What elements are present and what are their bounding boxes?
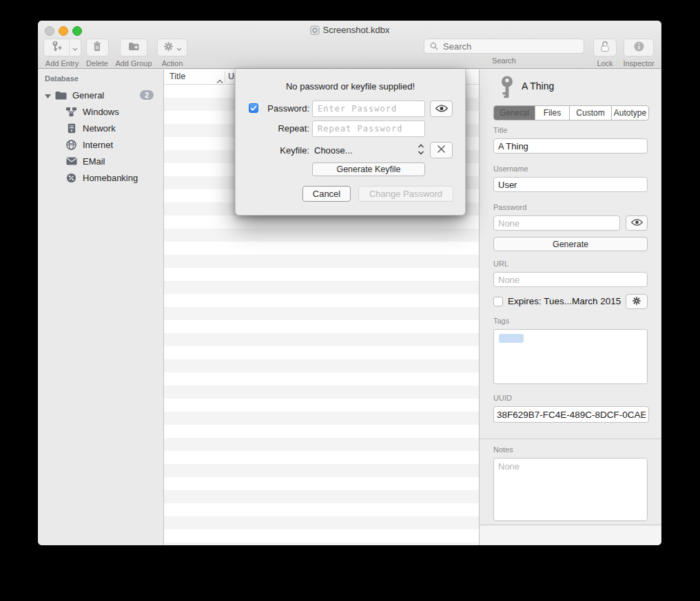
column-header-title[interactable]: Title (169, 72, 185, 81)
sidebar-item-network[interactable]: Network (38, 120, 163, 136)
tab-autotype[interactable]: Autotype (612, 106, 648, 120)
tags-field-label: Tags (493, 317, 509, 325)
sidebar-item-email[interactable]: EMail (38, 153, 163, 169)
enter-password-input[interactable] (312, 101, 425, 117)
url-input[interactable] (493, 272, 648, 287)
repeat-password-input[interactable] (312, 120, 425, 137)
group-sidebar: Database General 2 Windows Network (38, 70, 164, 545)
sidebar-item-label: Homebanking (83, 173, 138, 183)
disclosure-triangle-icon[interactable] (45, 90, 51, 101)
add-group-button[interactable] (120, 39, 147, 56)
dialog-message: No password or keyfile supplied! (236, 81, 465, 92)
clear-keyfile-button[interactable] (430, 142, 453, 158)
chevron-down-icon (176, 41, 182, 54)
gear-icon (632, 296, 641, 308)
username-input[interactable] (493, 177, 648, 192)
username-field-label: Username (493, 165, 528, 173)
dialog-reveal-password-button[interactable] (430, 101, 453, 117)
globe-icon (65, 139, 77, 151)
sidebar-section-header: Database (45, 74, 79, 83)
app-window: Screenshot.kdbx Add Entry (38, 21, 661, 545)
window-title: Screenshot.kdbx (38, 25, 661, 37)
window-title-text: Screenshot.kdbx (323, 25, 390, 35)
delete-label: Delete (86, 59, 108, 67)
tab-files[interactable]: Files (535, 106, 570, 120)
title-field-label: Title (493, 126, 507, 134)
sidebar-item-general[interactable]: General 2 (38, 87, 163, 103)
lock-open-icon (599, 41, 610, 55)
percent-circle-icon (65, 172, 77, 184)
titlebar-toolbar: Screenshot.kdbx Add Entry (38, 21, 661, 69)
change-password-button[interactable]: Change Password (358, 186, 453, 202)
tab-custom[interactable]: Custom (570, 106, 612, 120)
inspector-entry-title: A Thing (522, 81, 554, 92)
uuid-input[interactable] (493, 406, 649, 423)
trash-icon (92, 41, 102, 54)
lock-label: Lock (597, 59, 612, 67)
notes-textarea[interactable] (493, 458, 648, 521)
inspector-button[interactable] (624, 39, 654, 56)
action-button[interactable] (157, 39, 187, 56)
sidebar-item-homebanking[interactable]: Homebanking (38, 169, 163, 186)
sidebar-item-windows[interactable]: Windows (38, 103, 163, 120)
sidebar-item-label: EMail (83, 156, 105, 167)
search-input[interactable] (442, 41, 578, 52)
column-divider[interactable] (225, 72, 225, 83)
dialog-repeat-field (312, 120, 425, 137)
lock-button[interactable] (593, 39, 617, 56)
eye-icon (631, 218, 643, 228)
tags-box[interactable] (493, 329, 648, 384)
uuid-field-label: UUID (493, 394, 512, 402)
expires-date-button[interactable] (626, 294, 648, 309)
generate-keyfile-label: Generate Keyfile (336, 165, 400, 174)
group-label: General (72, 90, 104, 101)
inspector-toolbar-item: Inspector (617, 39, 660, 67)
keyfile-popup-value[interactable]: Choose... (314, 145, 353, 156)
search-field[interactable] (424, 39, 584, 54)
sidebar-item-label: Windows (83, 107, 119, 117)
folder-icon (55, 89, 67, 101)
delete-button[interactable] (86, 39, 109, 56)
tab-general[interactable]: General (494, 106, 535, 120)
title-input[interactable] (493, 138, 648, 154)
inspector-panel: A Thing General Files Custom Autotype Ti… (479, 70, 661, 545)
desktop: { "window": { "title": "Screenshot.kdbx"… (0, 0, 700, 601)
search-icon (430, 42, 438, 50)
add-entry-dropdown-button[interactable] (70, 39, 81, 56)
key-plus-icon (51, 41, 62, 54)
document-icon (310, 25, 320, 37)
dialog-repeat-label: Repeat: (249, 123, 309, 134)
windows-network-icon (65, 106, 77, 118)
inspector-footer (480, 525, 661, 545)
action-toolbar-item: Action (153, 39, 192, 67)
cancel-button[interactable]: Cancel (302, 186, 351, 202)
inspector-tabs: General Files Custom Autotype (493, 105, 649, 120)
tag-pill[interactable] (499, 334, 524, 343)
change-password-button-label: Change Password (369, 189, 442, 199)
search-toolbar-item: Search (424, 39, 584, 65)
sidebar-item-label: Network (83, 123, 116, 134)
section-divider (480, 439, 661, 439)
generate-keyfile-button[interactable]: Generate Keyfile (312, 162, 425, 176)
generate-password-button[interactable]: Generate (493, 237, 648, 251)
add-group-toolbar-item: Add Group (110, 39, 158, 67)
add-entry-label: Add Entry (45, 59, 79, 67)
password-input[interactable] (493, 215, 620, 231)
action-label: Action (162, 59, 183, 67)
add-entry-button[interactable] (43, 39, 69, 56)
chevron-down-icon (72, 41, 78, 54)
folder-plus-icon (128, 41, 140, 54)
eye-icon (435, 103, 448, 115)
expires-checkbox[interactable] (493, 297, 503, 306)
generate-button-label: Generate (553, 240, 588, 249)
server-icon (65, 123, 77, 134)
sidebar-item-label: Internet (83, 140, 113, 150)
reveal-password-button[interactable] (626, 215, 648, 231)
dialog-password-field (312, 101, 425, 117)
sidebar-item-internet[interactable]: Internet (38, 136, 163, 153)
dialog-keyfile-label: Keyfile: (249, 145, 309, 156)
mail-icon (65, 156, 77, 167)
cancel-button-label: Cancel (313, 189, 340, 199)
stepper-icon[interactable] (418, 143, 424, 158)
inspector-label: Inspector (623, 59, 654, 67)
